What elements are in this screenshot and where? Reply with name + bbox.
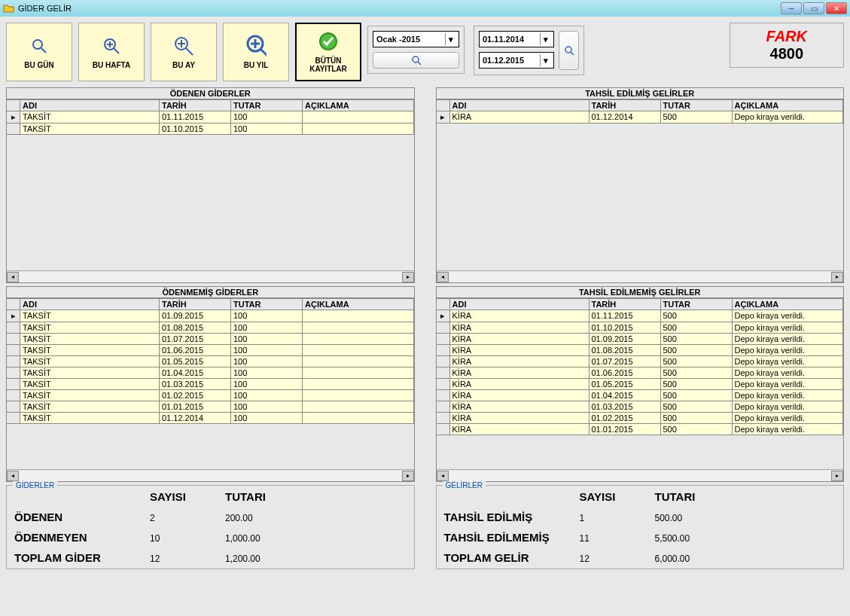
- cell-tarih: 01.04.2015: [590, 390, 661, 401]
- cell-adi: TAKSİT: [20, 401, 160, 412]
- grid-header: ADI TARİH TUTAR AÇIKLAMA: [7, 99, 414, 111]
- cell-aciklama: [303, 124, 414, 134]
- cell-aciklama: Depo kiraya verildi.: [733, 424, 844, 435]
- table-row[interactable]: TAKSİT01.07.2015100: [7, 334, 414, 345]
- table-row[interactable]: TAKSİT01.04.2015100: [7, 367, 414, 379]
- table-row[interactable]: KİRA01.05.2015500Depo kiraya verildi.: [437, 379, 844, 390]
- cell-aciklama: Depo kiraya verildi.: [733, 322, 844, 333]
- row-marker: [437, 413, 450, 423]
- cell-adi: TAKSİT: [20, 413, 160, 423]
- buyil-button[interactable]: BU YIL: [223, 23, 289, 81]
- folder-icon: [3, 2, 15, 14]
- buhafta-button[interactable]: BU HAFTA: [78, 23, 145, 81]
- cell-aciklama: [303, 356, 414, 367]
- table-row[interactable]: KİRA01.08.2015500Depo kiraya verildi.: [437, 345, 844, 356]
- buay-button[interactable]: BU AY: [151, 23, 217, 81]
- table-row[interactable]: ▸TAKSİT01.11.2015100: [7, 111, 414, 124]
- cell-tutar: 100: [231, 367, 303, 378]
- toolbar: BU GÜN BU HAFTA BU AY BU YIL BÜTÜN KAYIT…: [0, 17, 850, 87]
- date-from-dropdown[interactable]: 01.11.2014 ▾: [479, 31, 554, 47]
- table-row[interactable]: KİRA01.09.2015500Depo kiraya verildi.: [437, 334, 844, 345]
- table-row[interactable]: KİRA01.03.2015500Depo kiraya verildi.: [437, 401, 844, 413]
- cell-adi: KİRA: [450, 356, 590, 367]
- table-row[interactable]: KİRA01.10.2015500Depo kiraya verildi.: [437, 322, 844, 334]
- grid-title: ÖDENMEMİŞ GİDERLER: [7, 287, 414, 298]
- cell-adi: TAKSİT: [20, 356, 160, 367]
- cell-tutar: 100: [231, 379, 303, 389]
- buay-label: BU AY: [172, 61, 195, 69]
- cell-adi: KİRA: [450, 322, 590, 333]
- tahsil-edilmemis-grid: TAHSİL EDİLMEMİŞ GELİRLER ADI TARİH TUTA…: [436, 286, 845, 482]
- cell-tarih: 01.06.2015: [160, 345, 231, 355]
- date-to-dropdown[interactable]: 01.12.2015 ▾: [479, 52, 554, 69]
- cell-tarih: 01.04.2015: [160, 367, 231, 378]
- magnifier-plus-icon: [173, 35, 194, 56]
- close-button[interactable]: ✕: [826, 2, 847, 14]
- butun-kayitlar-button[interactable]: BÜTÜN KAYITLAR: [295, 23, 361, 81]
- date-range-search-button[interactable]: [559, 31, 579, 70]
- cell-tarih: 01.11.2015: [590, 310, 661, 322]
- cell-aciklama: Depo kiraya verildi.: [733, 310, 844, 322]
- bugun-button[interactable]: BU GÜN: [6, 23, 72, 81]
- table-row[interactable]: KİRA01.02.2015500Depo kiraya verildi.: [437, 413, 844, 424]
- table-row[interactable]: KİRA01.01.2015500Depo kiraya verildi.: [437, 424, 844, 435]
- cell-adi: KİRA: [450, 413, 590, 423]
- cell-aciklama: Depo kiraya verildi.: [733, 379, 844, 389]
- month-year-dropdown[interactable]: Ocak -2015 ▾: [373, 31, 459, 47]
- cell-tarih: 01.07.2015: [160, 334, 231, 344]
- horizontal-scrollbar[interactable]: ◂▸: [7, 270, 414, 282]
- table-row[interactable]: TAKSİT01.01.2015100: [7, 401, 414, 413]
- table-row[interactable]: ▸KİRA01.12.2014500Depo kiraya verildi.: [437, 111, 844, 124]
- table-row[interactable]: TAKSİT01.12.2014100: [7, 413, 414, 424]
- check-circle-icon: [318, 31, 339, 52]
- table-row[interactable]: TAKSİT01.02.2015100: [7, 390, 414, 401]
- table-row[interactable]: ▸KİRA01.11.2015500Depo kiraya verildi.: [437, 310, 844, 322]
- cell-tutar: 500: [661, 334, 733, 344]
- fark-label: FARK: [766, 28, 807, 45]
- row-marker: [7, 334, 20, 344]
- cell-tutar: 500: [661, 310, 733, 322]
- cell-aciklama: [303, 345, 414, 355]
- row-marker: [437, 424, 450, 435]
- cell-aciklama: [303, 390, 414, 401]
- cell-adi: KİRA: [450, 379, 590, 389]
- bugun-label: BU GÜN: [24, 61, 53, 69]
- cell-adi: KİRA: [450, 424, 590, 435]
- table-row[interactable]: TAKSİT01.10.2015100: [7, 124, 414, 135]
- cell-tutar: 500: [661, 345, 733, 355]
- cell-adi: TAKSİT: [20, 334, 160, 344]
- svg-line-5: [114, 48, 119, 53]
- cell-aciklama: Depo kiraya verildi.: [733, 111, 844, 123]
- giderler-summary: GİDERLER SAYISI TUTARI ÖDENEN 2 200.00 Ö…: [6, 485, 415, 569]
- cell-adi: KİRA: [450, 111, 590, 123]
- horizontal-scrollbar[interactable]: ◂▸: [437, 270, 844, 282]
- table-row[interactable]: TAKSİT01.05.2015100: [7, 356, 414, 367]
- cell-tarih: 01.11.2015: [160, 111, 231, 123]
- legend: GİDERLER: [13, 481, 57, 489]
- chevron-down-icon: ▾: [540, 54, 550, 66]
- table-row[interactable]: ▸TAKSİT01.09.2015100: [7, 310, 414, 322]
- cell-aciklama: [303, 401, 414, 412]
- row-marker: [437, 367, 450, 378]
- horizontal-scrollbar[interactable]: ◂▸: [437, 469, 844, 481]
- table-row[interactable]: TAKSİT01.08.2015100: [7, 322, 414, 334]
- cell-tarih: 01.01.2015: [590, 424, 661, 435]
- cell-tutar: 100: [231, 111, 303, 123]
- cell-adi: KİRA: [450, 401, 590, 412]
- cell-tutar: 100: [231, 322, 303, 333]
- table-row[interactable]: TAKSİT01.06.2015100: [7, 345, 414, 356]
- maximize-button[interactable]: ▭: [803, 2, 824, 14]
- horizontal-scrollbar[interactable]: ◂▸: [7, 469, 414, 481]
- cell-tarih: 01.05.2015: [590, 379, 661, 389]
- month-search-button[interactable]: [373, 52, 459, 69]
- table-row[interactable]: KİRA01.04.2015500Depo kiraya verildi.: [437, 390, 844, 401]
- cell-aciklama: [303, 310, 414, 322]
- tahsil-edilmis-grid: TAHSİL EDİLMİŞ GELİRLER ADI TARİH TUTAR …: [436, 87, 845, 283]
- cell-aciklama: Depo kiraya verildi.: [733, 345, 844, 355]
- minimize-button[interactable]: ─: [781, 2, 802, 14]
- cell-adi: TAKSİT: [20, 390, 160, 401]
- table-row[interactable]: KİRA01.07.2015500Depo kiraya verildi.: [437, 356, 844, 367]
- cell-aciklama: [303, 322, 414, 333]
- table-row[interactable]: TAKSİT01.03.2015100: [7, 379, 414, 390]
- table-row[interactable]: KİRA01.06.2015500Depo kiraya verildi.: [437, 367, 844, 379]
